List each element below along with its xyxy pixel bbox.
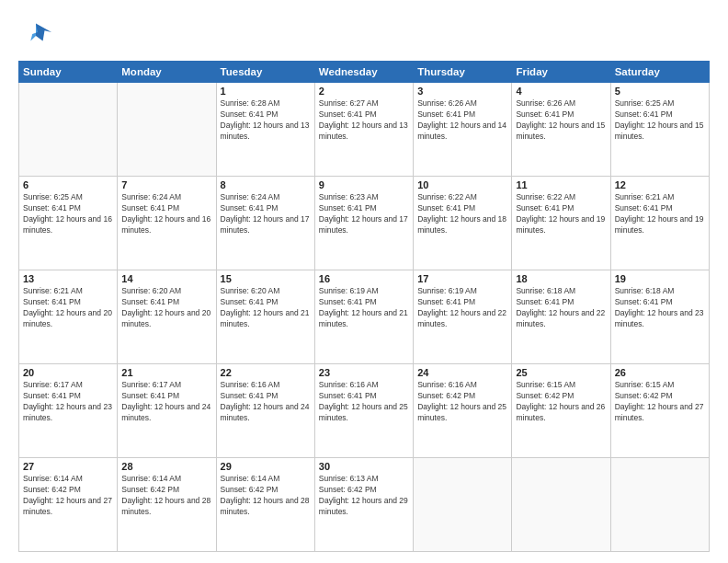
calendar-cell: 10 Sunrise: 6:22 AMSunset: 6:41 PMDaylig… (414, 177, 512, 270)
day-number: 15 (221, 273, 311, 284)
calendar-cell: 28 Sunrise: 6:14 AMSunset: 6:42 PMDaylig… (118, 458, 216, 552)
day-number: 4 (516, 86, 606, 97)
calendar-cell: 5 Sunrise: 6:25 AMSunset: 6:41 PMDayligh… (610, 83, 709, 177)
calendar-cell: 2 Sunrise: 6:27 AMSunset: 6:41 PMDayligh… (314, 83, 413, 177)
week-row-2: 13 Sunrise: 6:21 AMSunset: 6:41 PMDaylig… (19, 270, 710, 364)
calendar-cell: 30 Sunrise: 6:13 AMSunset: 6:42 PMDaylig… (314, 458, 413, 552)
day-info: Sunrise: 6:22 AMSunset: 6:41 PMDaylight:… (417, 192, 507, 236)
calendar-table: SundayMondayTuesdayWednesdayThursdayFrid… (18, 61, 710, 552)
calendar-cell: 18 Sunrise: 6:18 AMSunset: 6:41 PMDaylig… (512, 270, 610, 364)
weekday-header-row: SundayMondayTuesdayWednesdayThursdayFrid… (19, 62, 710, 83)
day-info: Sunrise: 6:18 AMSunset: 6:41 PMDaylight:… (615, 286, 705, 330)
calendar-cell: 7 Sunrise: 6:24 AMSunset: 6:41 PMDayligh… (118, 177, 216, 270)
calendar-cell: 20 Sunrise: 6:17 AMSunset: 6:41 PMDaylig… (19, 364, 118, 458)
week-row-1: 6 Sunrise: 6:25 AMSunset: 6:41 PMDayligh… (19, 177, 710, 270)
calendar-cell: 1 Sunrise: 6:28 AMSunset: 6:41 PMDayligh… (216, 83, 314, 177)
calendar-cell: 11 Sunrise: 6:22 AMSunset: 6:41 PMDaylig… (512, 177, 610, 270)
day-info: Sunrise: 6:20 AMSunset: 6:41 PMDaylight:… (121, 286, 211, 330)
calendar-cell: 27 Sunrise: 6:14 AMSunset: 6:42 PMDaylig… (19, 458, 118, 552)
week-row-3: 20 Sunrise: 6:17 AMSunset: 6:41 PMDaylig… (19, 364, 710, 458)
day-number: 27 (23, 461, 113, 472)
day-info: Sunrise: 6:14 AMSunset: 6:42 PMDaylight:… (121, 474, 211, 518)
calendar-cell: 25 Sunrise: 6:15 AMSunset: 6:42 PMDaylig… (512, 364, 610, 458)
weekday-sunday: Sunday (19, 62, 118, 83)
day-number: 11 (516, 179, 606, 190)
day-number: 30 (319, 461, 409, 472)
day-info: Sunrise: 6:18 AMSunset: 6:41 PMDaylight:… (516, 286, 606, 330)
calendar-cell: 13 Sunrise: 6:21 AMSunset: 6:41 PMDaylig… (19, 270, 118, 364)
calendar-cell: 23 Sunrise: 6:16 AMSunset: 6:41 PMDaylig… (314, 364, 413, 458)
day-info: Sunrise: 6:21 AMSunset: 6:41 PMDaylight:… (615, 192, 705, 236)
day-info: Sunrise: 6:17 AMSunset: 6:41 PMDaylight:… (23, 380, 113, 424)
weekday-thursday: Thursday (414, 62, 512, 83)
day-number: 20 (23, 367, 113, 378)
day-number: 7 (121, 179, 211, 190)
calendar-cell: 4 Sunrise: 6:26 AMSunset: 6:41 PMDayligh… (512, 83, 610, 177)
day-number: 10 (417, 179, 507, 190)
day-number: 24 (417, 367, 507, 378)
day-info: Sunrise: 6:16 AMSunset: 6:41 PMDaylight:… (319, 380, 409, 424)
calendar-cell (118, 83, 216, 177)
calendar-cell: 16 Sunrise: 6:19 AMSunset: 6:41 PMDaylig… (314, 270, 413, 364)
weekday-tuesday: Tuesday (216, 62, 314, 83)
day-info: Sunrise: 6:25 AMSunset: 6:41 PMDaylight:… (615, 98, 705, 143)
day-info: Sunrise: 6:26 AMSunset: 6:41 PMDaylight:… (417, 98, 507, 143)
weekday-monday: Monday (118, 62, 216, 83)
day-number: 1 (221, 86, 311, 97)
day-number: 9 (319, 179, 409, 190)
day-info: Sunrise: 6:14 AMSunset: 6:42 PMDaylight:… (23, 474, 113, 518)
day-number: 19 (615, 273, 705, 284)
day-info: Sunrise: 6:19 AMSunset: 6:41 PMDaylight:… (319, 286, 409, 330)
calendar-cell (414, 458, 512, 552)
day-number: 12 (615, 179, 705, 190)
weekday-friday: Friday (512, 62, 610, 83)
calendar-cell: 26 Sunrise: 6:15 AMSunset: 6:42 PMDaylig… (610, 364, 709, 458)
day-info: Sunrise: 6:22 AMSunset: 6:41 PMDaylight:… (516, 192, 606, 236)
day-number: 26 (615, 367, 705, 378)
day-info: Sunrise: 6:25 AMSunset: 6:41 PMDaylight:… (23, 192, 113, 236)
day-number: 21 (121, 367, 211, 378)
calendar-cell: 12 Sunrise: 6:21 AMSunset: 6:41 PMDaylig… (610, 177, 709, 270)
day-info: Sunrise: 6:27 AMSunset: 6:41 PMDaylight:… (319, 98, 409, 143)
day-info: Sunrise: 6:17 AMSunset: 6:41 PMDaylight:… (121, 380, 211, 424)
day-number: 17 (417, 273, 507, 284)
day-info: Sunrise: 6:20 AMSunset: 6:41 PMDaylight:… (221, 286, 311, 330)
svg-marker-0 (36, 24, 51, 41)
day-info: Sunrise: 6:21 AMSunset: 6:41 PMDaylight:… (23, 286, 113, 330)
day-info: Sunrise: 6:28 AMSunset: 6:41 PMDaylight:… (221, 98, 311, 143)
header (18, 17, 710, 52)
day-number: 16 (319, 273, 409, 284)
day-number: 2 (319, 86, 409, 97)
calendar-cell (512, 458, 610, 552)
calendar-cell (610, 458, 709, 552)
day-info: Sunrise: 6:26 AMSunset: 6:41 PMDaylight:… (516, 98, 606, 143)
day-number: 28 (121, 461, 211, 472)
day-info: Sunrise: 6:16 AMSunset: 6:41 PMDaylight:… (221, 380, 311, 424)
calendar-cell: 3 Sunrise: 6:26 AMSunset: 6:41 PMDayligh… (414, 83, 512, 177)
day-number: 3 (417, 86, 507, 97)
day-info: Sunrise: 6:14 AMSunset: 6:42 PMDaylight:… (221, 474, 311, 518)
calendar-cell: 14 Sunrise: 6:20 AMSunset: 6:41 PMDaylig… (118, 270, 216, 364)
day-number: 5 (615, 86, 705, 97)
calendar-cell: 29 Sunrise: 6:14 AMSunset: 6:42 PMDaylig… (216, 458, 314, 552)
calendar-cell: 6 Sunrise: 6:25 AMSunset: 6:41 PMDayligh… (19, 177, 118, 270)
weekday-wednesday: Wednesday (314, 62, 413, 83)
weekday-saturday: Saturday (610, 62, 709, 83)
day-number: 13 (23, 273, 113, 284)
day-number: 25 (516, 367, 606, 378)
calendar-cell: 15 Sunrise: 6:20 AMSunset: 6:41 PMDaylig… (216, 270, 314, 364)
week-row-0: 1 Sunrise: 6:28 AMSunset: 6:41 PMDayligh… (19, 83, 710, 177)
day-number: 14 (121, 273, 211, 284)
day-number: 6 (23, 179, 113, 190)
day-number: 22 (221, 367, 311, 378)
calendar-cell: 22 Sunrise: 6:16 AMSunset: 6:41 PMDaylig… (216, 364, 314, 458)
day-info: Sunrise: 6:15 AMSunset: 6:42 PMDaylight:… (516, 380, 606, 424)
day-info: Sunrise: 6:24 AMSunset: 6:41 PMDaylight:… (121, 192, 211, 236)
logo-icon (18, 17, 53, 52)
calendar-cell: 9 Sunrise: 6:23 AMSunset: 6:41 PMDayligh… (314, 177, 413, 270)
day-info: Sunrise: 6:23 AMSunset: 6:41 PMDaylight:… (319, 192, 409, 236)
day-number: 18 (516, 273, 606, 284)
calendar-cell (19, 83, 118, 177)
day-info: Sunrise: 6:24 AMSunset: 6:41 PMDaylight:… (221, 192, 311, 236)
day-info: Sunrise: 6:15 AMSunset: 6:42 PMDaylight:… (615, 380, 705, 424)
